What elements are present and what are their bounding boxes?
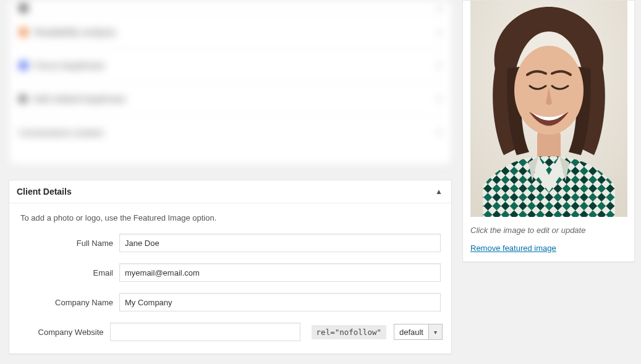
chevron-down-icon: ▾ <box>428 324 442 339</box>
chevron-down-icon: ▾ <box>437 61 441 70</box>
company-name-label: Company Name <box>18 298 119 307</box>
featured-image-thumbnail[interactable] <box>470 1 627 217</box>
seo-metabox-blurred: ▾ Readability analysis ▾ Focus keyphrase… <box>9 0 452 165</box>
remove-featured-image-link[interactable]: Remove featured image <box>470 243 556 253</box>
client-details-metabox: Client Details ▲ To add a photo or logo,… <box>9 180 452 354</box>
plus-icon <box>19 95 27 103</box>
client-details-header: Client Details ▲ <box>9 180 451 203</box>
keyphrase-bullet-icon <box>19 61 28 70</box>
rel-select-value: default <box>394 324 428 339</box>
email-input[interactable] <box>119 263 441 282</box>
company-website-input[interactable] <box>110 323 300 341</box>
readability-bullet-icon <box>19 28 28 36</box>
client-details-description: To add a photo or logo, use the Featured… <box>20 213 443 222</box>
rel-attribute-chip: rel="nofollow" <box>312 325 386 339</box>
featured-image-caption: Click the image to edit or update <box>470 226 627 235</box>
seo-bullet-icon <box>19 4 28 12</box>
chevron-down-icon: ▾ <box>437 27 441 37</box>
chevron-down-icon: ▾ <box>437 127 441 137</box>
chevron-down-icon: ▾ <box>437 94 441 104</box>
chevron-down-icon: ▾ <box>437 3 441 13</box>
full-name-label: Full Name <box>18 239 119 248</box>
email-label: Email <box>18 268 119 277</box>
rel-attribute-select[interactable]: default ▾ <box>394 324 443 340</box>
company-website-label: Company Website <box>18 328 110 337</box>
company-name-input[interactable] <box>119 293 441 311</box>
cornerstone-label: Cornerstone content <box>19 127 103 138</box>
collapse-toggle-icon[interactable]: ▲ <box>435 187 443 196</box>
featured-image-metabox: Click the image to edit or update Remove… <box>462 0 635 262</box>
related-keyphrase-label: Add related keyphrase <box>33 93 125 104</box>
keyphrase-row-label: Focus keyphrase <box>34 60 104 70</box>
client-details-title: Client Details <box>17 187 72 197</box>
readability-row-label: Readability analysis <box>34 27 116 37</box>
full-name-input[interactable] <box>119 234 441 252</box>
